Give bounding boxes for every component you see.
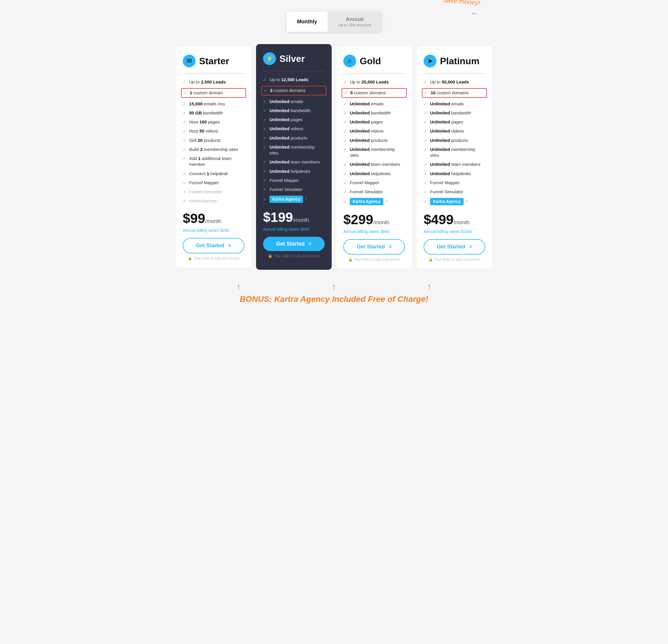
feature-bold-silver-2: Unlimited: [270, 99, 289, 104]
feature-bold-silver-4: Unlimited: [270, 117, 289, 122]
agency-question-platinum[interactable]: ?: [465, 199, 468, 204]
check-icon: ✓: [263, 144, 267, 150]
feature-text-silver-2: Unlimited emails: [270, 99, 303, 105]
feature-item-silver-0: ✓Up to 12,500 Leads: [263, 77, 325, 82]
check-icon: ✓: [343, 180, 347, 186]
check-icon: ✓: [263, 117, 267, 123]
feature-bold-gold-4: Unlimited: [350, 119, 370, 124]
feature-item-starter-9: ✓Connect 1 helpdesk: [183, 171, 244, 177]
feature-text-silver-7: Unlimited membership sites: [270, 144, 325, 156]
price-amount-starter: $99: [183, 211, 205, 226]
feature-item-gold-2: ✓Unlimited emails: [343, 101, 405, 107]
check-icon: ✓: [424, 138, 427, 143]
check-icon: ✓: [424, 101, 427, 107]
feature-item-starter-1: ✓1 custom domain: [181, 88, 246, 97]
feature-item-starter-2: ✓15,000 emails /mo: [183, 101, 244, 107]
plan-icon-gold: ☆: [343, 55, 356, 67]
check-icon: ✓: [343, 171, 347, 177]
feature-item-silver-9: ✓Unlimited helpdesks: [263, 168, 325, 174]
feature-text-gold-11: Funnel Simulator: [350, 189, 383, 195]
price-amount-silver: $199: [263, 210, 293, 225]
price-period-platinum: /month: [453, 219, 469, 225]
agency-question-gold[interactable]: ?: [385, 199, 388, 204]
plan-header-silver: ⚡Silver: [263, 52, 325, 65]
feature-bold-gold-5: Unlimited: [350, 128, 370, 134]
feature-bold-silver-9: Unlimited: [270, 169, 289, 174]
feature-item-silver-6: ✓Unlimited products: [263, 135, 325, 141]
plan-price-platinum: $499/month: [424, 212, 485, 227]
feature-item-platinum-3: ✓Unlimited bandwidth: [424, 110, 485, 116]
check-icon: ✓: [263, 187, 267, 193]
feature-item-platinum-5: ✓Unlimited videos: [424, 128, 485, 134]
agency-badge-gold: Kartra Agency: [350, 198, 383, 205]
feature-item-starter-11: ✕Funnel Simulator: [183, 189, 244, 195]
agency-badge-platinum: Kartra Agency: [430, 198, 464, 205]
feature-item-starter-3: ✓50 GB bandwidth: [183, 110, 244, 116]
agency-question-silver[interactable]: ?: [305, 197, 307, 202]
feature-bold-starter-4: 100: [199, 119, 207, 124]
feature-text-gold-0: Up to 25,000 Leads: [350, 79, 389, 85]
check-icon: ✓: [343, 119, 347, 125]
feature-text-silver-6: Unlimited products: [270, 135, 307, 141]
price-period-gold: /month: [373, 219, 389, 225]
feature-item-starter-0: ✓Up to 2,500 Leads: [183, 79, 244, 85]
cta-button-silver[interactable]: Get Started >: [263, 237, 325, 251]
plan-icon-silver: ⚡: [263, 52, 276, 65]
feature-text-gold-10: Funnel Mapper: [350, 180, 379, 186]
feature-item-gold-8: ✓Unlimited team members: [343, 162, 405, 167]
feature-bold-platinum-1: 10: [431, 90, 436, 95]
save-money-arrow: ←: [470, 9, 479, 18]
annual-savings-silver: Annual billing saves $600: [263, 227, 325, 231]
cta-button-platinum[interactable]: Get Started >: [424, 239, 485, 255]
check-icon: ✓: [263, 77, 267, 82]
feature-text-starter-10: Funnel Mapper: [189, 180, 219, 186]
lock-icon-silver: 🔒: [268, 254, 272, 258]
secure-text-silver: 🔒 Your order is safe and secure: [263, 254, 325, 258]
feature-item-starter-4: ✓Host 100 pages: [183, 119, 244, 125]
annual-savings-starter: Annual billing saves $240: [183, 228, 244, 233]
feature-bold-starter-1: 1: [190, 90, 192, 95]
plan-divider-starter: [183, 73, 244, 74]
plan-name-platinum: Platinum: [440, 56, 480, 66]
feature-item-starter-12: ✕Kartra Agency: [183, 198, 244, 204]
feature-item-silver-3: ✓Unlimited bandwidth: [263, 108, 325, 113]
check-icon: ✓: [183, 128, 186, 134]
cta-button-starter[interactable]: Get Started >: [183, 238, 244, 254]
feature-item-gold-0: ✓Up to 25,000 Leads: [343, 79, 405, 85]
feature-item-platinum-8: ✓Unlimited team members: [424, 162, 485, 167]
feature-text-platinum-1: 10 custom domains: [431, 90, 469, 96]
feature-bold-starter-3: 50 GB: [189, 110, 202, 115]
feature-item-silver-5: ✓Unlimited videos: [263, 126, 325, 132]
check-icon: ✓: [424, 171, 427, 177]
bonus-text: BONUS: Kartra Agency Included Free of Ch…: [6, 294, 662, 304]
feature-agency-platinum: ✓Kartra Agency?: [424, 198, 485, 205]
feature-item-platinum-0: ✓Up to 50,000 Leads: [424, 79, 485, 85]
plan-price-gold: $299/month: [343, 212, 405, 227]
feature-item-silver-11: ✓Funnel Simulator: [263, 186, 325, 193]
feature-text-starter-4: Host 100 pages: [189, 119, 220, 125]
feature-text-starter-5: Host 50 videos: [189, 128, 218, 134]
feature-text-silver-9: Unlimited helpdesks: [270, 168, 310, 174]
check-icon: ✓: [424, 79, 427, 85]
lock-icon-gold: 🔒: [348, 258, 353, 262]
feature-bold-silver-3: Unlimited: [270, 108, 289, 113]
feature-item-platinum-9: ✓Unlimited helpdesks: [424, 171, 485, 177]
bonus-arrow-1: ↑: [236, 281, 241, 292]
check-icon: ✓: [263, 126, 267, 132]
feature-item-silver-2: ✓Unlimited emails: [263, 99, 325, 105]
feature-bold-gold-6: Unlimited: [350, 138, 370, 143]
feature-text-gold-2: Unlimited emails: [350, 101, 384, 107]
check-icon: ✓: [343, 147, 347, 152]
feature-bold-silver-6: Unlimited: [270, 136, 289, 140]
billing-toggle: Monthly Annual Up to 25% discount: [286, 12, 382, 32]
monthly-toggle-btn[interactable]: Monthly: [286, 12, 328, 32]
check-icon: ✓: [424, 189, 427, 195]
feature-bold-silver-8: Unlimited: [270, 159, 289, 164]
annual-toggle-btn[interactable]: Annual Up to 25% discount: [328, 12, 382, 32]
plan-name-silver: Silver: [279, 53, 305, 64]
price-period-silver: /month: [293, 217, 309, 223]
save-money-label: Save money!: [442, 0, 480, 7]
feature-text-starter-2: 15,000 emails /mo: [189, 101, 225, 107]
cta-button-gold[interactable]: Get Started >: [343, 239, 405, 255]
plan-price-starter: $99/month: [183, 211, 244, 226]
